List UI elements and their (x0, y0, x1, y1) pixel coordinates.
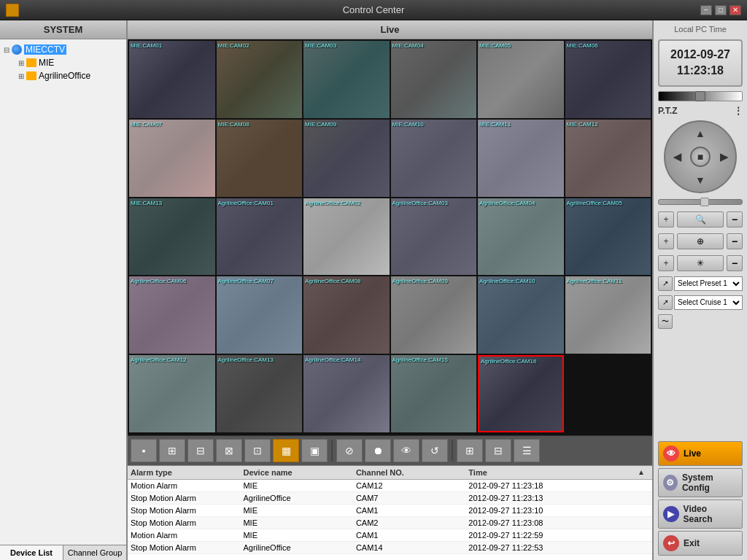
camera-cell-14[interactable]: AgrilineOffice:CAM01 (217, 198, 303, 276)
camera-cell-16[interactable]: AgrilineOffice:CAM03 (391, 198, 477, 276)
camera-cell-8[interactable]: MIE:CAM08 (217, 120, 303, 197)
camera-cell-25[interactable]: AgrilineOffice:CAM12 (129, 355, 215, 432)
minimize-button[interactable]: − (700, 5, 712, 15)
zoom-plus-button[interactable]: + (658, 211, 674, 228)
alarm-channel: CAM7 (356, 494, 468, 502)
camera-cell-13[interactable]: MIE:CAM13 (129, 198, 215, 276)
scroll-up-btn[interactable]: ▲ (638, 468, 649, 477)
alarm-time: 2012-09-27 11:23:18 (468, 481, 638, 490)
live-header: Live (128, 20, 652, 39)
brightness-slider[interactable] (658, 91, 743, 101)
ptz-settings-icon[interactable]: ⋮ (734, 106, 743, 116)
camera-cell-9[interactable]: MIE:CAM09 (303, 120, 390, 197)
zoom-slider[interactable] (658, 199, 743, 205)
preset-select[interactable]: Select Preset 1 (674, 276, 743, 291)
camera-cell-30[interactable] (565, 355, 651, 432)
camera-cell-28[interactable]: AgrilineOffice:CAM15 (391, 355, 477, 432)
ptz-left-button[interactable]: ◀ (670, 149, 684, 164)
camera-cell-23[interactable]: AgrilineOffice:CAM10 (478, 276, 564, 354)
split-button[interactable]: ⊟ (485, 439, 511, 462)
camera-cell-5[interactable]: MIE:CAM05 (478, 41, 564, 118)
ptz-up-button[interactable]: ▲ (693, 126, 708, 141)
stop-button[interactable]: ⊘ (336, 439, 363, 462)
cruise-select[interactable]: Select Cruise 1 (674, 295, 743, 310)
camera-cell-3[interactable]: MIE:CAM03 (303, 41, 390, 118)
camera-cell-19[interactable]: AgrilineOffice:CAM06 (129, 276, 215, 354)
live-label: Live (684, 448, 701, 459)
alarm-time: 2012-09-27 11:22:59 (468, 531, 638, 540)
camera-cell-18[interactable]: AgrilineOffice:CAM05 (565, 198, 651, 276)
layout-2x2-button[interactable]: ⊞ (159, 439, 185, 462)
record-button[interactable]: ⏺ (365, 439, 391, 462)
camera-cell-7[interactable]: MIE:CAM07 (129, 120, 215, 197)
tree-item-miecctv[interactable]: ⊟ MIECCTV (4, 43, 123, 56)
layout-1x1-button[interactable]: ▪ (131, 439, 157, 462)
ptz-row-iris: + ✳ − (658, 255, 743, 271)
alarm-row: Motion Alarm MIE CAM1 2012-09-27 11:22:5… (128, 529, 652, 542)
layout-3x3-button[interactable]: ⊟ (187, 439, 214, 462)
alarm-row: Stop Motion Alarm AgrilineOffice CAM14 2… (128, 542, 652, 554)
alarm-device: AgrilineOffice (243, 494, 355, 502)
camera-cell-22[interactable]: AgrilineOffice:CAM09 (391, 276, 477, 354)
layout-4x4-button[interactable]: ⊠ (216, 439, 242, 462)
camera-cell-4[interactable]: MIE:CAM04 (391, 41, 477, 118)
alarm-area: Alarm type Device name Channel NO. Time … (128, 465, 652, 560)
camera-cell-20[interactable]: AgrilineOffice:CAM07 (217, 276, 303, 354)
iris-minus-button[interactable]: − (727, 255, 743, 271)
close-button[interactable]: ✕ (729, 5, 741, 15)
tree-item-mie[interactable]: ⊞ MIE (4, 56, 123, 69)
ptz-down-button[interactable]: ▼ (693, 173, 708, 187)
alarm-device: MIE (243, 518, 355, 527)
col-time: Time (468, 468, 638, 477)
camera-cell-2[interactable]: MIE:CAM02 (217, 41, 303, 118)
videosearch-label: Video Search (684, 504, 738, 524)
alarm-channel: CAM2 (356, 518, 468, 527)
layout-custom-button[interactable]: ▦ (273, 439, 299, 462)
camera-cell-12[interactable]: MIE:CAM12 (565, 120, 651, 197)
alarm-time: 2012-09-27 11:22:53 (468, 543, 638, 552)
camera-cell-11[interactable]: MIE:CAM11 (478, 120, 564, 197)
alarm-device: AgrilineOffice (243, 543, 355, 552)
camera-cell-24[interactable]: AgrilineOffice:CAM11 (565, 276, 651, 354)
nav-system-config-button[interactable]: ⚙ System Config (658, 468, 743, 497)
cruise-icon: ↗ (658, 295, 673, 310)
maximize-button[interactable]: □ (715, 5, 727, 15)
alarm-type: Motion Alarm (131, 481, 243, 490)
camera-cell-26[interactable]: AgrilineOffice:CAM13 (217, 355, 303, 432)
focus-minus-button[interactable]: − (727, 233, 743, 249)
camera-cell-1[interactable]: MIE:CAM01 (129, 41, 215, 118)
camera-cell-29[interactable]: AgrilineOffice:CAM16 (478, 355, 564, 432)
iris-plus-button[interactable]: + (658, 255, 674, 271)
zoom-minus-button[interactable]: − (727, 211, 743, 228)
col-channel-no: Channel NO. (356, 468, 468, 477)
tree-item-agrilineoffice[interactable]: ⊞ AgrilineOffice (4, 69, 123, 82)
layout-wide-button[interactable]: ▣ (301, 439, 328, 462)
config-button[interactable]: ☰ (514, 439, 540, 462)
tab-channel-group[interactable]: Channel Group (63, 545, 126, 560)
layout-5x5-button[interactable]: ⊡ (244, 439, 271, 462)
focus-plus-button[interactable]: + (658, 233, 674, 249)
main-layout: SYSTEM ⊟ MIECCTV ⊞ MIE ⊞ AgrilineOffice … (0, 20, 747, 560)
camera-cell-15[interactable]: AgrilineOffice:CAM02 (303, 198, 390, 276)
col-alarm-type: Alarm type (131, 468, 243, 477)
alarm-time: 2012-09-27 11:23:10 (468, 506, 638, 515)
grid-button[interactable]: ⊞ (457, 439, 483, 462)
alarm-type: Motion Alarm (131, 531, 243, 540)
ptz-right-button[interactable]: ▶ (716, 149, 731, 164)
refresh-button[interactable]: ↺ (422, 439, 448, 462)
camera-cell-21[interactable]: AgrilineOffice:CAM08 (303, 276, 390, 354)
ptz-center-button[interactable]: ■ (690, 147, 711, 167)
nav-live-button[interactable]: 👁 Live (658, 441, 743, 466)
focus-icon: ⊕ (677, 233, 724, 249)
nav-video-search-button[interactable]: ▶ Video Search (658, 499, 743, 529)
camera-cell-10[interactable]: MIE:CAM10 (391, 120, 477, 197)
left-panel: SYSTEM ⊟ MIECCTV ⊞ MIE ⊞ AgrilineOffice … (0, 20, 128, 560)
expand-icon-mie: ⊞ (18, 59, 24, 67)
camera-cell-27[interactable]: AgrilineOffice:CAM14 (303, 355, 390, 432)
camera-cell-6[interactable]: MIE:CAM06 (565, 41, 651, 118)
tab-device-list[interactable]: Device List (0, 545, 63, 560)
nav-exit-button[interactable]: ↩ Exit (658, 531, 743, 556)
alarm-channel: CAM1 (356, 506, 468, 515)
eye-button[interactable]: 👁 (393, 439, 419, 462)
camera-cell-17[interactable]: AgrilineOffice:CAM04 (478, 198, 564, 276)
